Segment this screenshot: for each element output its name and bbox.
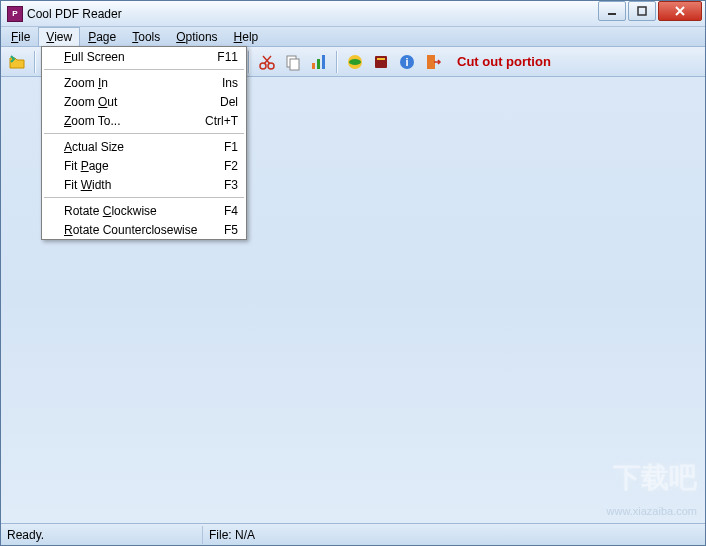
menu-help[interactable]: Help: [226, 27, 267, 46]
menu-fit-page[interactable]: Fit Page F2: [42, 156, 246, 175]
statusbar: Ready. File: N/A: [1, 523, 705, 545]
copy-icon[interactable]: [281, 50, 305, 74]
view-dropdown-menu: Full Screen F11 Zoom In Ins Zoom Out Del…: [41, 46, 247, 240]
menu-page[interactable]: Page: [80, 27, 124, 46]
minimize-button[interactable]: [598, 1, 626, 21]
titlebar: P Cool PDF Reader: [1, 1, 705, 27]
svg-rect-12: [290, 59, 299, 70]
menu-view[interactable]: View: [38, 27, 80, 46]
svg-rect-13: [312, 63, 315, 69]
svg-rect-17: [375, 56, 387, 68]
exit-icon[interactable]: [421, 50, 445, 74]
toolbar-hint: Cut out portion: [457, 54, 551, 69]
toolbar-separator: [34, 51, 36, 73]
book-icon[interactable]: [369, 50, 393, 74]
watermark-text: 下载吧: [613, 459, 697, 497]
watermark-url: www.xiazaiba.com: [607, 505, 697, 517]
window-title: Cool PDF Reader: [27, 7, 598, 21]
svg-rect-14: [317, 59, 320, 69]
globe-icon[interactable]: [343, 50, 367, 74]
menu-zoom-to[interactable]: Zoom To... Ctrl+T: [42, 111, 246, 130]
menu-zoom-out[interactable]: Zoom Out Del: [42, 92, 246, 111]
svg-text:i: i: [405, 56, 408, 68]
info-icon[interactable]: i: [395, 50, 419, 74]
menubar: File View Page Tools Options Help: [1, 27, 705, 47]
menu-zoom-in[interactable]: Zoom In Ins: [42, 73, 246, 92]
svg-point-9: [260, 63, 266, 69]
app-icon: P: [7, 6, 23, 22]
menu-actual-size[interactable]: Actual Size F1: [42, 137, 246, 156]
menu-file[interactable]: File: [3, 27, 38, 46]
toolbar-separator: [336, 51, 338, 73]
toolbar-separator: [248, 51, 250, 73]
svg-rect-15: [322, 55, 325, 69]
menu-fit-width[interactable]: Fit Width F3: [42, 175, 246, 194]
svg-rect-18: [377, 58, 385, 60]
menu-separator: [44, 197, 244, 198]
menu-rotate-cw[interactable]: Rotate Clockwise F4: [42, 201, 246, 220]
close-button[interactable]: [658, 1, 702, 21]
menu-full-screen[interactable]: Full Screen F11: [42, 47, 246, 66]
menu-tools[interactable]: Tools: [124, 27, 168, 46]
menu-options[interactable]: Options: [168, 27, 225, 46]
menu-separator: [44, 133, 244, 134]
window-buttons: [598, 1, 705, 26]
open-file-icon[interactable]: [5, 50, 29, 74]
maximize-button[interactable]: [628, 1, 656, 21]
status-file: File: N/A: [203, 526, 705, 544]
cut-icon[interactable]: [255, 50, 279, 74]
chart-icon[interactable]: [307, 50, 331, 74]
svg-point-10: [268, 63, 274, 69]
menu-separator: [44, 69, 244, 70]
svg-rect-21: [427, 55, 435, 69]
menu-rotate-ccw[interactable]: Rotate Counterclosewise F5: [42, 220, 246, 239]
status-ready: Ready.: [1, 526, 203, 544]
svg-rect-1: [638, 7, 646, 15]
